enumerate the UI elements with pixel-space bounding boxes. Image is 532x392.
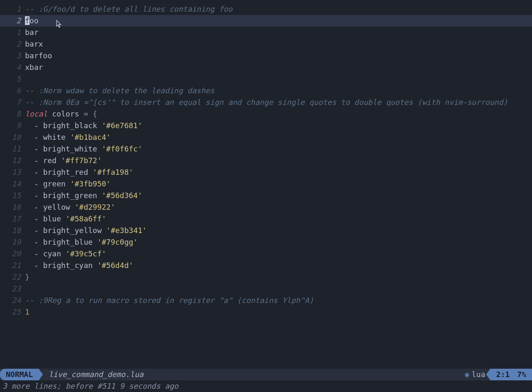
line-content[interactable]: } [25, 271, 532, 283]
filetype-label: lua [472, 370, 485, 379]
line-number: 21 [0, 260, 25, 271]
line-content[interactable]: barx [25, 38, 532, 50]
code-line[interactable]: 18 - bright_yellow '#e3b341' [0, 225, 532, 236]
code-line[interactable]: 14 - green '#3fb950' [0, 178, 532, 190]
code-line[interactable]: 1-- :G/foo/d to delete all lines contain… [0, 3, 532, 15]
line-content[interactable]: -- :Norm 0Ea =^[cs'" to insert an equal … [25, 97, 532, 108]
line-content[interactable]: barfoo [25, 50, 532, 62]
line-content[interactable]: - green '#3fb950' [25, 178, 532, 190]
code-line[interactable]: 7-- :Norm 0Ea =^[cs'" to insert an equal… [0, 97, 532, 108]
status-line: NORMAL live_command_demo.lua ◉lua 2:1 7% [0, 369, 532, 380]
cursor-position: 2:1 7% [490, 369, 532, 380]
editor-area[interactable]: 1-- :G/foo/d to delete all lines contain… [0, 3, 532, 365]
line-number: 20 [0, 248, 25, 260]
line-number: 23 [0, 283, 25, 295]
line-number: 15 [0, 190, 25, 201]
code-line[interactable]: 251 [0, 306, 532, 318]
position-text: 2:1 [496, 369, 510, 380]
message-line: 3 more lines; before #511 9 seconds ago [0, 380, 532, 392]
code-line[interactable]: 24-- :9Reg a to run macro stored in regi… [0, 295, 532, 306]
code-line[interactable]: 10 - white '#b1bac4' [0, 131, 532, 143]
line-content[interactable]: - cyan '#39c5cf' [25, 248, 532, 260]
line-number: 11 [0, 143, 25, 155]
line-number: 2 [0, 15, 25, 27]
code-line[interactable]: 23 [0, 283, 532, 295]
line-number: 6 [0, 85, 25, 97]
line-content[interactable]: - bright_black '#6e7681' [25, 120, 532, 131]
code-line[interactable]: 22} [0, 271, 532, 283]
filename-label: live_command_demo.lua [39, 369, 144, 380]
line-content[interactable]: - white '#b1bac4' [25, 131, 532, 143]
code-line[interactable]: 5 [0, 73, 532, 85]
code-line[interactable]: 19 - bright_blue '#79c0gg' [0, 236, 532, 248]
mode-indicator: NORMAL [0, 369, 39, 380]
line-content[interactable]: foo [25, 15, 532, 27]
code-line[interactable]: 4xbar [0, 62, 532, 73]
lua-icon: ◉ [465, 370, 469, 379]
line-number: 24 [0, 295, 25, 306]
line-number: 8 [0, 108, 25, 120]
line-content[interactable]: -- :Norm wdaw to delete the leading dash… [25, 85, 532, 97]
line-number: 17 [0, 213, 25, 225]
line-content[interactable]: - bright_green '#56d364' [25, 190, 532, 201]
line-number: 14 [0, 178, 25, 190]
code-line[interactable]: 13 - bright_red '#ffa198' [0, 166, 532, 178]
line-number: 9 [0, 120, 25, 131]
line-number: 4 [0, 62, 25, 73]
code-line[interactable]: 9 - bright_black '#6e7681' [0, 120, 532, 131]
line-content[interactable]: - bright_white '#f0f6fc' [25, 143, 532, 155]
code-line[interactable]: 11 - bright_white '#f0f6fc' [0, 143, 532, 155]
code-line[interactable]: 20 - cyan '#39c5cf' [0, 248, 532, 260]
scroll-percent: 7% [510, 369, 526, 380]
line-number: 3 [0, 50, 25, 62]
filetype-indicator: ◉lua [460, 369, 490, 380]
line-number: 18 [0, 225, 25, 236]
code-line[interactable]: 2foo [0, 15, 532, 27]
line-content[interactable]: - bright_red '#ffa198' [25, 166, 532, 178]
code-line[interactable]: 21 - bright_cyan '#56d4d' [0, 260, 532, 271]
code-line[interactable]: 8local colors = { [0, 108, 532, 120]
line-content[interactable]: - yellow '#d29922' [25, 201, 532, 213]
code-line[interactable]: 16 - yellow '#d29922' [0, 201, 532, 213]
line-number: 10 [0, 131, 25, 143]
line-content[interactable]: -- :G/foo/d to delete all lines containi… [25, 3, 532, 15]
code-line[interactable]: 12 - red '#ff7b72' [0, 155, 532, 166]
line-content[interactable]: bar [25, 27, 532, 38]
line-number: 5 [0, 73, 25, 85]
line-number: 1 [0, 27, 25, 38]
line-number: 25 [0, 306, 25, 318]
line-content[interactable]: local colors = { [25, 108, 532, 120]
line-number: 12 [0, 155, 25, 166]
line-content[interactable]: - bright_cyan '#56d4d' [25, 260, 532, 271]
line-content[interactable]: -- :9Reg a to run macro stored in regist… [25, 295, 532, 306]
line-number: 1 [0, 3, 25, 15]
line-number: 2 [0, 38, 25, 50]
line-content[interactable]: - bright_blue '#79c0gg' [25, 236, 532, 248]
line-number: 16 [0, 201, 25, 213]
line-content[interactable]: - bright_yellow '#e3b341' [25, 225, 532, 236]
line-number: 22 [0, 271, 25, 283]
code-line[interactable]: 17 - blue '#58a6ff' [0, 213, 532, 225]
line-number: 7 [0, 97, 25, 108]
code-line[interactable]: 15 - bright_green '#56d364' [0, 190, 532, 201]
code-line[interactable]: 3barfoo [0, 50, 532, 62]
line-content[interactable]: - blue '#58a6ff' [25, 213, 532, 225]
line-content[interactable]: 1 [25, 306, 532, 318]
code-line[interactable]: 2barx [0, 38, 532, 50]
line-number: 19 [0, 236, 25, 248]
code-line[interactable]: 1bar [0, 27, 532, 38]
code-line[interactable]: 6-- :Norm wdaw to delete the leading das… [0, 85, 532, 97]
line-number: 13 [0, 166, 25, 178]
line-content[interactable]: - red '#ff7b72' [25, 155, 532, 166]
line-content[interactable]: xbar [25, 62, 532, 73]
